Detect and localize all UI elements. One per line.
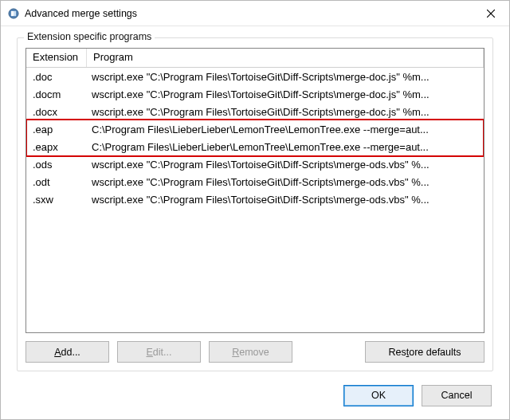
ok-button[interactable]: OK [343, 385, 414, 406]
cell-extension: .docx [26, 106, 87, 118]
cell-program: wscript.exe "C:\Program Files\TortoiseGi… [87, 159, 484, 171]
table-row[interactable]: .docwscript.exe "C:\Program Files\Tortoi… [26, 68, 484, 85]
app-icon [7, 7, 20, 20]
dialog-window: Advanced merge settings Extension specif… [0, 0, 510, 420]
client-area: Extension specific programs Extension Pr… [1, 26, 509, 379]
edit-button: Edit... [117, 341, 201, 363]
cell-extension: .docm [26, 88, 87, 100]
list-body: .docwscript.exe "C:\Program Files\Tortoi… [26, 68, 484, 332]
group-button-row: Add... Edit... Remove Restore defaults [26, 341, 484, 363]
remove-button: Remove [209, 341, 292, 363]
table-row[interactable]: .docmwscript.exe "C:\Program Files\Torto… [26, 85, 484, 103]
cell-program: wscript.exe "C:\Program Files\TortoiseGi… [87, 71, 484, 83]
dialog-footer: OK Cancel [1, 379, 509, 419]
cell-extension: .ods [26, 159, 87, 171]
titlebar: Advanced merge settings [1, 1, 509, 26]
column-program[interactable]: Program [87, 49, 484, 67]
table-row[interactable]: .eapC:\Program Files\LieberLieber\LemonT… [26, 120, 484, 138]
cell-program: C:\Program Files\LieberLieber\LemonTree\… [87, 141, 484, 153]
close-icon [487, 10, 495, 18]
cell-extension: .doc [26, 71, 87, 83]
cell-extension: .odt [26, 176, 87, 188]
table-row[interactable]: .odswscript.exe "C:\Program Files\Tortoi… [26, 155, 484, 173]
close-button[interactable] [473, 1, 509, 26]
add-button[interactable]: Add... [26, 341, 109, 363]
cell-program: wscript.exe "C:\Program Files\TortoiseGi… [87, 194, 484, 206]
window-title: Advanced merge settings [25, 8, 473, 19]
cancel-button[interactable]: Cancel [422, 385, 492, 406]
cell-extension: .sxw [26, 194, 87, 206]
cell-program: wscript.exe "C:\Program Files\TortoiseGi… [87, 176, 484, 188]
table-row[interactable]: .sxwwscript.exe "C:\Program Files\Tortoi… [26, 190, 484, 208]
group-label: Extension specific programs [24, 31, 155, 42]
cell-extension: .eap [26, 124, 87, 135]
cell-extension: .eapx [26, 141, 87, 153]
list-header: Extension Program [26, 49, 484, 68]
restore-defaults-button[interactable]: Restore defaults [365, 341, 484, 363]
table-row[interactable]: .docxwscript.exe "C:\Program Files\Torto… [26, 103, 484, 120]
svg-rect-2 [14, 11, 16, 16]
table-row[interactable]: .eapxC:\Program Files\LieberLieber\Lemon… [26, 138, 484, 155]
extension-programs-group: Extension specific programs Extension Pr… [17, 37, 493, 371]
svg-rect-1 [11, 11, 14, 16]
cell-program: wscript.exe "C:\Program Files\TortoiseGi… [87, 88, 484, 100]
column-extension[interactable]: Extension [26, 49, 87, 67]
table-row[interactable]: .odtwscript.exe "C:\Program Files\Tortoi… [26, 173, 484, 190]
extension-list[interactable]: Extension Program .docwscript.exe "C:\Pr… [26, 48, 484, 333]
cell-program: C:\Program Files\LieberLieber\LemonTree\… [87, 124, 484, 135]
cell-program: wscript.exe "C:\Program Files\TortoiseGi… [87, 106, 484, 118]
